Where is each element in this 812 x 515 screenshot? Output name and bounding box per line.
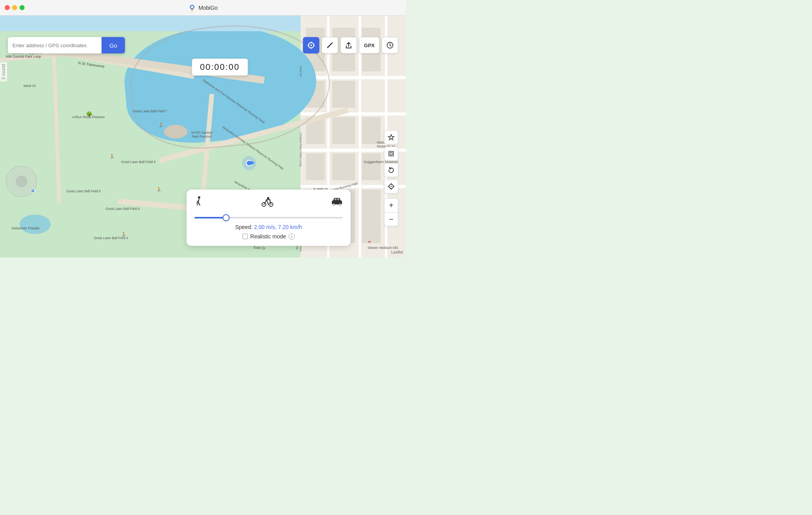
locate-button[interactable] bbox=[384, 179, 398, 194]
label-outerloop1: Central Park Outer Loop bbox=[299, 133, 303, 167]
reset-icon bbox=[388, 167, 395, 174]
speed-text: Speed: 2.00 m/s, 7.20 km/h bbox=[194, 224, 343, 230]
svg-point-3 bbox=[310, 44, 312, 46]
label-field6: Great Lawn Ball Field 6 bbox=[105, 207, 140, 211]
speed-slider-container bbox=[194, 213, 343, 220]
realistic-mode-label: Realistic mode bbox=[250, 233, 286, 240]
svg-point-16 bbox=[391, 186, 392, 187]
realistic-mode-checkbox[interactable] bbox=[242, 234, 248, 239]
route-button[interactable] bbox=[322, 37, 338, 53]
titlebar: MobiGo bbox=[0, 0, 406, 16]
svg-line-12 bbox=[390, 46, 391, 46]
runner-2: 🏃 bbox=[109, 154, 115, 159]
close-button[interactable] bbox=[5, 5, 10, 10]
svg-line-9 bbox=[328, 47, 328, 48]
car-icon[interactable] bbox=[331, 197, 343, 208]
svg-point-32 bbox=[339, 204, 341, 206]
runner-1: 🏃 bbox=[158, 123, 164, 128]
label-field7: Great Lawn Ball Field 7 bbox=[133, 109, 167, 113]
clock-icon bbox=[386, 41, 394, 49]
joystick-inner bbox=[16, 176, 27, 187]
label-field4: Great Lawn Ball Field 4 bbox=[94, 236, 128, 240]
app-title-container: MobiGo bbox=[188, 4, 217, 12]
star-icon bbox=[388, 134, 395, 141]
label-eastdr-r: East Dr bbox=[299, 66, 303, 77]
maximize-button[interactable] bbox=[20, 5, 25, 10]
search-input[interactable] bbox=[8, 37, 102, 53]
realistic-mode-container: Realistic mode i bbox=[194, 233, 343, 240]
app-icon bbox=[188, 4, 196, 12]
svg-rect-34 bbox=[337, 199, 339, 200]
label-field8: Great Lawn Ball Field 8 bbox=[121, 160, 155, 164]
map-container[interactable]: Abraham and JosephSpector Playground NW … bbox=[0, 16, 406, 258]
app-title: MobiGo bbox=[198, 5, 217, 11]
share-button[interactable] bbox=[340, 37, 357, 53]
layers-icon bbox=[388, 150, 395, 157]
west-drive bbox=[52, 55, 61, 203]
layers-button[interactable] bbox=[384, 147, 398, 161]
marker-arrow: ▶ bbox=[251, 159, 255, 165]
small-path bbox=[164, 125, 187, 139]
zoom-in-button[interactable]: + bbox=[384, 198, 398, 212]
toolbar-right: GPX bbox=[303, 37, 398, 53]
car-svg bbox=[331, 197, 343, 206]
svg-line-25 bbox=[198, 202, 200, 205]
info-icon[interactable]: i bbox=[288, 233, 295, 240]
map-controls bbox=[384, 130, 398, 194]
label-westdr: West Dr bbox=[23, 84, 36, 88]
walk-icon[interactable] bbox=[194, 196, 204, 209]
svg-rect-14 bbox=[390, 153, 392, 155]
speed-panel: Speed: 2.00 m/s, 7.20 km/h Realistic mod… bbox=[187, 190, 351, 246]
walk-svg bbox=[194, 196, 204, 207]
minimize-button[interactable] bbox=[12, 5, 17, 10]
joystick[interactable] bbox=[6, 166, 37, 197]
reset-button[interactable] bbox=[384, 163, 398, 177]
svg-point-31 bbox=[333, 204, 335, 206]
gpx-button[interactable]: GPX bbox=[359, 37, 379, 53]
small-pond bbox=[20, 215, 51, 234]
speed-label: Speed: bbox=[235, 224, 252, 230]
locate-icon bbox=[388, 183, 395, 190]
bike-icon[interactable] bbox=[261, 196, 274, 209]
round-text: 3 round bbox=[0, 62, 7, 82]
label-eastdr2: East Dr bbox=[254, 245, 266, 250]
label-nypd: NYPD CentralPark Precinct bbox=[191, 131, 212, 139]
transport-mode-selector bbox=[194, 196, 343, 209]
zoom-out-button[interactable]: − bbox=[384, 212, 398, 226]
crosshair-icon bbox=[307, 41, 315, 49]
zoom-controls: + − bbox=[384, 198, 398, 226]
runner-3: 🏃 bbox=[156, 187, 162, 192]
history-button[interactable] bbox=[382, 37, 398, 53]
search-bar: Go bbox=[8, 37, 125, 53]
share-icon bbox=[345, 41, 353, 49]
label-wallach: Steven Wallach MD bbox=[367, 246, 398, 250]
timer-display: 00:00:00 bbox=[192, 59, 248, 76]
speed-slider[interactable] bbox=[194, 217, 343, 218]
label-delacorte: Delacorte Theater bbox=[12, 226, 40, 230]
svg-rect-33 bbox=[335, 199, 337, 200]
favorite-button[interactable] bbox=[384, 130, 398, 144]
label-nwloop: NW Central Park Loop bbox=[6, 55, 41, 59]
medical-icon: ❤ bbox=[368, 240, 371, 244]
go-button[interactable]: Go bbox=[102, 37, 125, 53]
label-field5: Great Lawn Ball Field 5 bbox=[66, 189, 101, 193]
svg-point-28 bbox=[267, 197, 269, 199]
svg-rect-13 bbox=[389, 151, 394, 156]
speed-value: 2.00 m/s, 7.20 km/h bbox=[254, 224, 302, 230]
bike-svg bbox=[261, 196, 274, 207]
gps-mode-button[interactable] bbox=[303, 37, 319, 53]
leaflet-attribution: Leaflet bbox=[391, 250, 403, 254]
pencil-icon bbox=[326, 41, 334, 49]
svg-point-1 bbox=[191, 6, 193, 8]
tree-icon: 🌳 bbox=[86, 111, 93, 117]
window-controls bbox=[5, 5, 25, 10]
